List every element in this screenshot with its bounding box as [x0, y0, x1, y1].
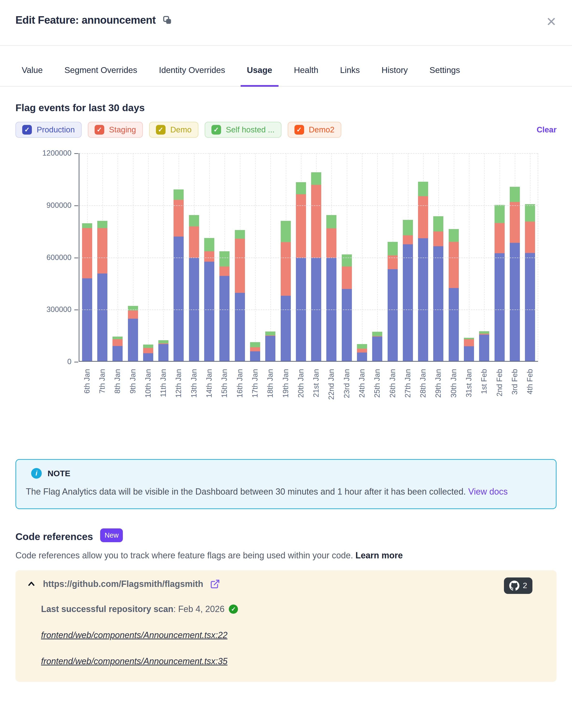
- bar-23rd-jan[interactable]: [342, 254, 352, 361]
- vertical-gridline: [148, 153, 149, 361]
- checkbox-icon[interactable]: ✓: [294, 125, 304, 135]
- copy-icon[interactable]: [162, 15, 172, 25]
- bar-20th-jan[interactable]: [296, 182, 306, 361]
- clear-filters-link[interactable]: Clear: [537, 125, 557, 134]
- learn-more-link[interactable]: Learn more: [356, 550, 403, 560]
- bar-19th-jan[interactable]: [281, 221, 291, 361]
- tab-settings[interactable]: Settings: [423, 61, 466, 87]
- production-segment: [342, 289, 352, 361]
- y-axis-tick: [74, 257, 78, 258]
- bar-16th-jan[interactable]: [235, 230, 245, 361]
- repo-url-link[interactable]: https://github.com/Flagsmith/flagsmith: [43, 579, 203, 589]
- repo-panel: https://github.com/Flagsmith/flagsmith 2…: [15, 570, 557, 682]
- bar-slot: 23rd Jan: [339, 153, 354, 361]
- self-hosted-segment: [265, 331, 275, 336]
- last-scan-row: Last successful repository scan: Feb 4, …: [41, 604, 546, 614]
- self-hosted-segment: [235, 230, 245, 239]
- staging-segment: [342, 266, 352, 289]
- bar-7th-jan[interactable]: [97, 221, 108, 361]
- bar-15th-jan[interactable]: [219, 251, 229, 361]
- code-references-title: Code references: [15, 531, 93, 542]
- checkbox-icon[interactable]: ✓: [211, 125, 221, 135]
- bar-31st-jan[interactable]: [464, 338, 474, 361]
- bar-2nd-feb[interactable]: [495, 205, 505, 361]
- production-segment: [387, 269, 398, 361]
- production-segment: [479, 335, 489, 361]
- bar-18th-jan[interactable]: [265, 331, 275, 361]
- production-segment: [403, 244, 413, 361]
- filter-chip-label: Self hosted ...: [226, 125, 275, 134]
- bar-slot: 12th Jan: [171, 153, 186, 361]
- production-segment: [97, 274, 108, 361]
- production-segment: [418, 238, 428, 361]
- bar-slot: 1st Feb: [477, 153, 492, 361]
- bar-slot: 29th Jan: [431, 153, 446, 361]
- tab-usage[interactable]: Usage: [241, 61, 279, 87]
- bar-slot: 30th Jan: [446, 153, 461, 361]
- bar-slot: 7th Jan: [95, 153, 110, 361]
- bar-6th-jan[interactable]: [82, 223, 92, 361]
- bar-4th-feb[interactable]: [525, 204, 535, 361]
- x-axis-tick-label: 20th Jan: [297, 369, 305, 398]
- bar-slot: 18th Jan: [263, 153, 278, 361]
- x-axis-tick-label: 11th Jan: [159, 369, 168, 397]
- bar-29th-jan[interactable]: [433, 216, 443, 361]
- y-axis-tick-label: 600000: [31, 253, 71, 262]
- bar-9th-jan[interactable]: [128, 306, 138, 361]
- bar-8th-jan[interactable]: [113, 337, 123, 361]
- checkbox-icon[interactable]: ✓: [95, 125, 104, 135]
- external-link-icon[interactable]: [210, 579, 220, 589]
- bar-28th-jan[interactable]: [418, 182, 428, 361]
- self-hosted-segment: [219, 251, 229, 266]
- staging-segment: [495, 223, 505, 253]
- production-segment: [173, 237, 184, 361]
- staging-segment: [311, 185, 321, 258]
- last-scan-label: Last successful repository scan: [41, 604, 173, 614]
- filter-chip-demo2[interactable]: ✓Demo2: [288, 122, 341, 138]
- tab-history[interactable]: History: [375, 61, 414, 87]
- filter-chip-demo[interactable]: ✓Demo: [149, 122, 198, 138]
- vertical-gridline: [484, 153, 485, 361]
- checkbox-icon[interactable]: ✓: [156, 125, 165, 135]
- self-hosted-segment: [143, 345, 153, 348]
- bar-14th-jan[interactable]: [204, 238, 214, 361]
- tab-segment-overrides[interactable]: Segment Overrides: [58, 61, 144, 87]
- x-axis-tick-label: 13th Jan: [190, 369, 198, 398]
- bar-17th-jan[interactable]: [250, 342, 260, 361]
- bar-12th-jan[interactable]: [173, 189, 184, 361]
- filter-chip-self-hosted[interactable]: ✓Self hosted ...: [205, 122, 281, 138]
- y-axis-tick: [74, 205, 78, 206]
- bar-11th-jan[interactable]: [158, 340, 168, 361]
- close-icon[interactable]: ✕: [546, 15, 557, 28]
- production-segment: [495, 253, 505, 361]
- checkbox-icon[interactable]: ✓: [22, 125, 32, 135]
- bar-13th-jan[interactable]: [189, 215, 199, 361]
- bar-slot: 27th Jan: [400, 153, 415, 361]
- bar-26th-jan[interactable]: [387, 242, 398, 361]
- bar-25th-jan[interactable]: [372, 332, 382, 361]
- collapse-chevron-up-icon[interactable]: [26, 579, 36, 589]
- filter-chip-production[interactable]: ✓Production: [15, 122, 82, 138]
- bar-10th-jan[interactable]: [143, 345, 153, 361]
- note-callout: i NOTE The Flag Analytics data will be v…: [15, 459, 557, 509]
- bar-27th-jan[interactable]: [403, 220, 413, 361]
- staging-segment: [281, 242, 291, 296]
- bar-22nd-jan[interactable]: [326, 215, 337, 361]
- tab-links[interactable]: Links: [334, 61, 366, 87]
- tab-value[interactable]: Value: [15, 61, 49, 87]
- tab-identity-overrides[interactable]: Identity Overrides: [152, 61, 231, 87]
- bar-21st-jan[interactable]: [311, 172, 321, 361]
- github-count-badge[interactable]: 2: [504, 578, 532, 594]
- code-reference-link[interactable]: frontend/web/components/Announcement.tsx…: [41, 630, 228, 640]
- tab-health[interactable]: Health: [288, 61, 325, 87]
- staging-segment: [357, 349, 367, 353]
- vertical-gridline: [469, 153, 470, 361]
- view-docs-link[interactable]: View docs: [468, 487, 508, 496]
- filter-chip-staging[interactable]: ✓Staging: [88, 122, 143, 138]
- bar-1st-feb[interactable]: [479, 331, 489, 361]
- bar-30th-jan[interactable]: [449, 229, 459, 361]
- bar-24th-jan[interactable]: [357, 344, 367, 361]
- self-hosted-segment: [418, 182, 428, 196]
- bar-3rd-feb[interactable]: [510, 187, 520, 361]
- code-reference-link[interactable]: frontend/web/components/Announcement.tsx…: [41, 656, 228, 666]
